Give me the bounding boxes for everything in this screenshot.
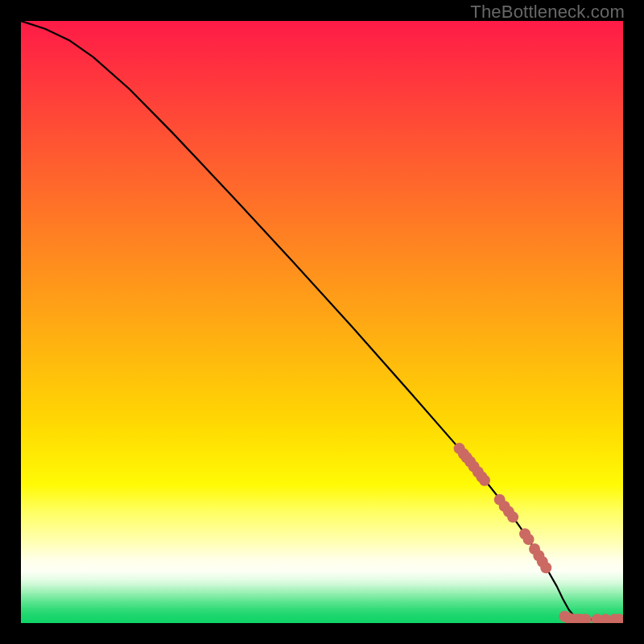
- data-point: [479, 475, 490, 486]
- data-point: [523, 534, 535, 545]
- watermark-text: TheBottleneck.com: [470, 2, 625, 23]
- bottleneck-curve: [21, 21, 623, 620]
- plot-area: [21, 21, 623, 623]
- chart-frame: TheBottleneck.com: [0, 0, 644, 644]
- data-point: [507, 511, 518, 522]
- curve-layer: [21, 21, 623, 623]
- data-point: [540, 562, 551, 573]
- scatter-points: [454, 443, 623, 623]
